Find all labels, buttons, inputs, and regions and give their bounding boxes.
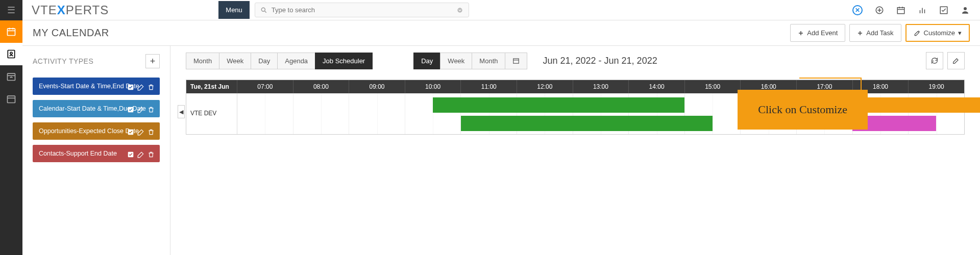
user-icon[interactable] xyxy=(961,6,970,15)
view-tab-job-scheduler[interactable]: Job Scheduler xyxy=(315,53,373,69)
timeline-hour-header: 19:00 xyxy=(909,80,964,93)
delete-icon[interactable] xyxy=(148,106,155,113)
activity-type-card[interactable]: Calendar-Start Date & Time,Due Date xyxy=(33,100,160,117)
timeline-bar[interactable] xyxy=(461,116,713,131)
edit-icon[interactable] xyxy=(137,106,144,113)
calendar-icon[interactable] xyxy=(896,6,905,15)
topbar: VTEXPERTS Menu ✕ xyxy=(22,0,980,20)
timeline-bar[interactable] xyxy=(433,97,684,113)
add-task-button[interactable]: Add Task xyxy=(849,24,901,42)
delete-icon[interactable] xyxy=(148,129,155,136)
calendar-content: MonthWeekDayAgendaJob Scheduler DayWeekM… xyxy=(170,46,980,255)
svg-rect-33 xyxy=(513,58,519,63)
add-event-button[interactable]: Add Event xyxy=(790,24,845,42)
svg-rect-8 xyxy=(8,96,15,103)
timeline-prev-button[interactable]: ◀ xyxy=(178,105,185,118)
timeline-hour-header: 15:00 xyxy=(685,80,741,93)
range-tab-month[interactable]: Month xyxy=(472,53,505,69)
activity-types-heading: ACTIVITY TYPES xyxy=(33,57,93,65)
search-icon xyxy=(260,7,267,14)
settings-button[interactable] xyxy=(947,52,965,69)
activity-type-card[interactable]: Opportunities-Expected Close Date xyxy=(33,122,160,140)
range-tab-week[interactable]: Week xyxy=(440,53,472,69)
timeline-row-label: VTE DEV xyxy=(186,93,237,134)
view-tab-agenda[interactable]: Agenda xyxy=(277,53,315,69)
edit-icon[interactable] xyxy=(137,84,144,91)
range-tab-day[interactable]: Day xyxy=(413,53,440,69)
timeline-hour-header: 09:00 xyxy=(349,80,405,93)
svg-point-12 xyxy=(457,8,462,12)
timeline-hour-header: 14:00 xyxy=(629,80,685,93)
range-mode-tabs: DayWeekMonth xyxy=(413,53,527,69)
view-tab-day[interactable]: Day xyxy=(251,53,278,69)
timeline-day-label: Tue, 21st Jun xyxy=(186,80,237,93)
add-activity-type-button[interactable]: + xyxy=(145,54,160,68)
tutorial-callout: Click on Customize xyxy=(738,90,868,130)
toggle-icon[interactable] xyxy=(127,84,134,91)
svg-point-10 xyxy=(261,8,265,11)
rail-contacts-icon[interactable] xyxy=(0,43,22,65)
rail-schedule-icon[interactable] xyxy=(0,88,22,110)
timeline-hour-header: 11:00 xyxy=(461,80,517,93)
svg-point-5 xyxy=(10,52,12,54)
topbar-right-icons: ✕ xyxy=(852,5,970,15)
svg-line-11 xyxy=(265,11,266,12)
timeline-gridline xyxy=(237,93,293,134)
brand-circle-icon[interactable]: ✕ xyxy=(852,5,863,15)
logo: VTEXPERTS xyxy=(32,3,109,17)
timeline-hour-header: 07:00 xyxy=(237,80,293,93)
timeline-hour-header: 12:00 xyxy=(517,80,573,93)
svg-point-24 xyxy=(964,7,967,10)
toggle-icon[interactable] xyxy=(127,151,134,158)
edit-icon[interactable] xyxy=(137,129,144,136)
activity-type-card[interactable]: Contacts-Support End Date xyxy=(33,145,160,162)
edit-icon[interactable] xyxy=(137,151,144,158)
add-circle-icon[interactable] xyxy=(875,6,884,15)
rail-share-icon[interactable] xyxy=(0,65,22,88)
global-search[interactable] xyxy=(255,3,469,17)
date-range-label: Jun 21, 2022 - Jun 21, 2022 xyxy=(543,56,657,66)
chart-icon[interactable] xyxy=(918,6,927,15)
timeline-gridline xyxy=(293,93,350,134)
left-nav-rail: ☰ xyxy=(0,0,22,255)
timeline-gridline xyxy=(349,93,405,134)
chevron-down-icon[interactable] xyxy=(456,7,463,14)
rail-calendar-icon[interactable] xyxy=(0,20,22,43)
svg-rect-0 xyxy=(8,29,15,35)
page-titlebar: MY CALENDAR Add Event Add Task Customize… xyxy=(22,20,980,46)
toggle-icon[interactable] xyxy=(127,129,134,136)
datepicker-button[interactable] xyxy=(505,53,527,69)
customize-button[interactable]: Customize ▾ xyxy=(905,24,970,42)
activity-type-card[interactable]: Events-Start Date & Time,End Date xyxy=(33,78,160,95)
display-mode-tabs: MonthWeekDayAgendaJob Scheduler xyxy=(186,53,373,69)
svg-rect-16 xyxy=(897,7,904,13)
hamburger-icon[interactable]: ☰ xyxy=(0,0,22,20)
delete-icon[interactable] xyxy=(148,151,155,158)
view-tab-week[interactable]: Week xyxy=(219,53,251,69)
menu-button[interactable]: Menu xyxy=(218,1,250,19)
refresh-button[interactable] xyxy=(926,52,943,69)
timeline-hour-header: 10:00 xyxy=(405,80,461,93)
checkbox-icon[interactable] xyxy=(939,6,948,15)
page-title: MY CALENDAR xyxy=(33,27,109,39)
delete-icon[interactable] xyxy=(148,84,155,91)
timeline-hour-header: 08:00 xyxy=(293,80,350,93)
search-input[interactable] xyxy=(272,6,456,14)
activity-types-panel: ACTIVITY TYPES + Events-Start Date & Tim… xyxy=(22,46,170,255)
timeline-hour-header: 13:00 xyxy=(573,80,629,93)
caret-down-icon: ▾ xyxy=(958,29,962,37)
view-tab-month[interactable]: Month xyxy=(186,53,219,69)
toggle-icon[interactable] xyxy=(127,106,134,113)
